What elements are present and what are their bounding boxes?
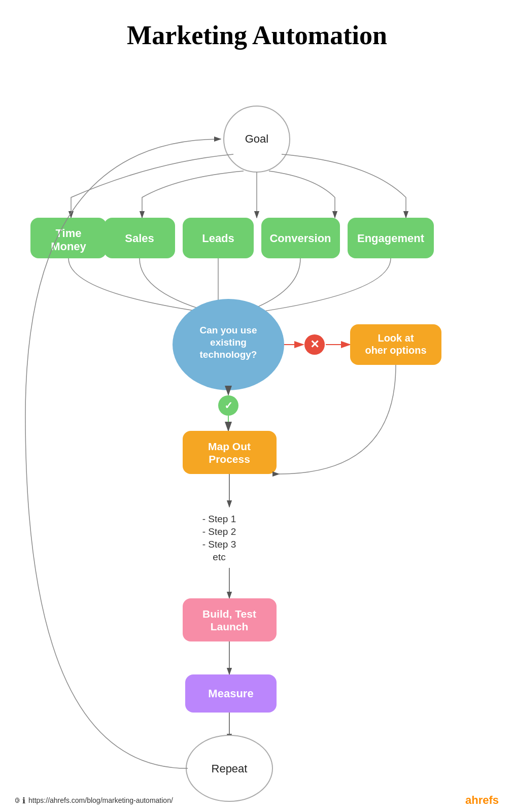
svg-rect-24 [183, 431, 277, 474]
svg-text:existing: existing [210, 337, 247, 348]
svg-text:✓: ✓ [224, 400, 233, 411]
svg-text:Launch: Launch [211, 621, 249, 632]
svg-text:oher options: oher options [365, 345, 426, 356]
svg-rect-33 [183, 598, 277, 641]
cc-icon: 🄯 [15, 796, 19, 805]
svg-text:Look at: Look at [378, 332, 414, 344]
footer: 🄯 ℹ https://ahrefs.com/blog/marketing-au… [0, 794, 514, 807]
leads-label: Leads [202, 232, 234, 245]
info-icon: ℹ [22, 796, 25, 805]
svg-text:✕: ✕ [310, 338, 319, 351]
svg-text:Map Out: Map Out [208, 441, 251, 452]
svg-text:- Step 3: - Step 3 [202, 539, 236, 550]
page-title: Marketing Automation [0, 0, 514, 60]
goal-label: Goal [245, 132, 268, 145]
svg-text:Measure: Measure [208, 687, 253, 700]
footer-left: 🄯 ℹ https://ahrefs.com/blog/marketing-au… [15, 796, 173, 805]
engagement-label: Engagement [357, 232, 425, 245]
svg-text:- Step 1: - Step 1 [202, 514, 236, 524]
svg-text:technology?: technology? [200, 349, 257, 360]
svg-text:Build, Test: Build, Test [202, 608, 256, 620]
svg-text:Can you use: Can you use [200, 325, 257, 335]
sales-label: Sales [125, 232, 154, 245]
svg-text:etc: etc [213, 552, 225, 562]
svg-text:Repeat: Repeat [212, 762, 248, 775]
conversion-label: Conversion [269, 232, 331, 245]
brand-name: ahrefs [465, 794, 499, 807]
time-money-label2: Money [51, 240, 86, 253]
svg-text:- Step 2: - Step 2 [202, 526, 236, 537]
diagram: Goal Time Money Sales Leads Conversion E… [0, 60, 514, 811]
svg-text:Process: Process [209, 453, 250, 465]
footer-url: https://ahrefs.com/blog/marketing-automa… [28, 796, 173, 804]
